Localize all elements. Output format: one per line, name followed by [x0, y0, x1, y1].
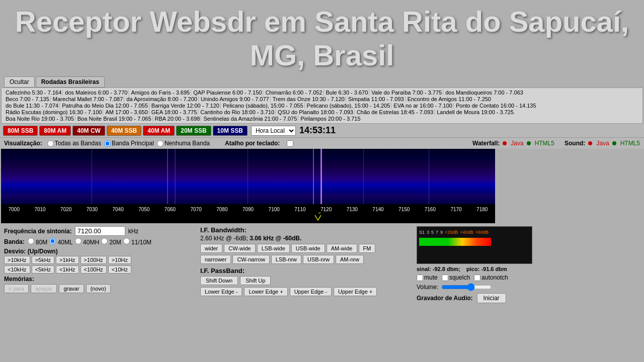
schedule-item[interactable]: Pirilampos 20:00 - 3.715	[299, 116, 361, 122]
schedule-item[interactable]: Chão de Estrelas 18:45 - 7.093	[356, 109, 435, 115]
mem-ir-para[interactable]: ir para	[4, 284, 29, 293]
desvio-up-100h[interactable]: >100Hz	[80, 256, 107, 264]
left-panel: Frequência de sintonia: kHz Banda: 80M 4…	[4, 226, 195, 303]
schedule-item[interactable]: Encontro de Amigos 11:00 - 7.250	[407, 96, 492, 102]
schedule-item[interactable]: Landell de Moura 19:00 - 3.725	[436, 109, 515, 115]
schedule-item[interactable]: Sentinelas da Amazônia 21:00 - 7.075	[202, 116, 298, 122]
schedule-item[interactable]: QAP Piauiense 6:00 - 7.150	[192, 89, 263, 96]
schedule-item[interactable]: dos Maleiros 6:00 - 3.770	[64, 89, 129, 96]
banda-1110m[interactable]: 11/10M	[123, 238, 151, 246]
schedule-item[interactable]: Marechal Mallet 7:00 - 7.087	[52, 96, 124, 102]
desvio-up-1k[interactable]: >1kHz	[56, 256, 79, 264]
upper-edge-plus-btn[interactable]: Upper Edge +	[334, 287, 377, 296]
schedule-item[interactable]: Simpatia 11:00 - 7.093	[347, 96, 406, 102]
bw-fm[interactable]: FM	[359, 244, 376, 253]
schedule-item[interactable]: Amigos do Faris - 3.695	[130, 89, 191, 96]
schedule-item[interactable]: Beco 7:00 - 7.135	[5, 96, 51, 102]
schedule-item[interactable]: Boa Noite Brasil 19:00 - 7.065	[76, 116, 153, 122]
bw-lsb-nrw[interactable]: LSB-nrw	[271, 255, 301, 264]
banda-20m[interactable]: 20M	[101, 238, 121, 246]
freq-input[interactable]	[75, 226, 125, 236]
desvio-up-10k[interactable]: >10kHz	[4, 256, 30, 264]
time-zone-select[interactable]: Hora Local UTC	[251, 126, 296, 136]
schedule-item[interactable]: Boa Noite Rio 19:00 - 3.705	[5, 116, 75, 122]
band-btn-40m-ssb[interactable]: 40M SSB	[107, 126, 141, 136]
bw-lsb-wide[interactable]: LSB-wide	[257, 244, 290, 253]
mem-novo[interactable]: (novo)	[86, 284, 111, 293]
schedule-item[interactable]: Vale do Paraíba 7:00 - 3.775	[370, 89, 443, 96]
schedule-item[interactable]: QSU do Planalto 18:00 - 7.093	[277, 109, 355, 115]
desvio-dn-10h[interactable]: <10Hz	[108, 265, 131, 274]
shift-down-btn[interactable]: Shift Down	[200, 276, 238, 285]
schedule-item[interactable]: Pelicano (sábado), 15:00 - 14.205	[306, 103, 392, 109]
autonotch-check[interactable]: autonotch	[474, 274, 508, 281]
bw-am-nrw[interactable]: AM-nrw	[336, 255, 364, 264]
sound-java-link[interactable]: Java	[596, 140, 609, 147]
band-btn-10m-ssb[interactable]: 10M SSB	[213, 126, 248, 136]
schedule-item[interactable]: Patrulha do Meio Dia 12:00 - 7.055	[61, 103, 149, 109]
lower-edge-plus-btn[interactable]: Lower Edge +	[244, 287, 287, 296]
band-btn-20m-ssb[interactable]: 20M SSB	[176, 126, 211, 136]
band-btn-80m-ssb[interactable]: 80M SSB	[3, 126, 38, 136]
schedule-item[interactable]: RBA 20:00 - 3.698	[154, 116, 202, 122]
bw-wider[interactable]: wider	[200, 244, 222, 253]
bw-am-wide[interactable]: AM-wide	[327, 244, 357, 253]
desvio-up-10h[interactable]: >10Hz	[108, 256, 131, 264]
mute-check[interactable]: mute	[417, 274, 438, 281]
squelch-check[interactable]: squelch	[442, 274, 470, 281]
bw-usb-nrw[interactable]: USB-nrw	[303, 255, 334, 264]
viz-no-band[interactable]: Nenhuma Banda	[157, 140, 210, 147]
banda-40mh[interactable]: 40MH	[75, 238, 99, 246]
schedule-item[interactable]: Ponto de Contato 16:00 - 14.135	[455, 103, 537, 109]
viz-all-bands[interactable]: Todas as Bandas	[47, 140, 101, 147]
lower-edge-minus-btn[interactable]: Lower Edge -	[200, 287, 242, 296]
vol-slider[interactable]	[441, 283, 492, 291]
schedule-item[interactable]: Pelicano (sábado), 15:00 - 7.055	[222, 103, 305, 109]
tab-rodadas[interactable]: Rodadas Brasileiras	[36, 76, 105, 87]
mem-gravar[interactable]: gravar	[59, 284, 84, 293]
waterfall-html5-link[interactable]: HTML5	[535, 140, 554, 147]
shift-up-btn[interactable]: Shift Up	[240, 276, 271, 285]
schedule-item[interactable]: Rádio Escutas (domingo) 16:30 - 7.100	[5, 109, 103, 115]
band-btn-40m-am[interactable]: 40M AM	[143, 126, 175, 136]
s-plus60: +60dB	[475, 230, 489, 235]
schedule-item[interactable]: AM 17:00 - 3.650	[104, 109, 149, 115]
schedule-item[interactable]: Cantinho do Rio 18:00 - 3.710	[199, 109, 276, 115]
viz-main-band[interactable]: Banda Principal	[104, 140, 154, 147]
bw-narrower[interactable]: narrower	[200, 255, 231, 264]
desvio-dn-100h[interactable]: <100Hz	[80, 265, 107, 274]
banda-80m[interactable]: 80M	[28, 238, 48, 246]
tab-ocultar[interactable]: Ocultar	[4, 76, 35, 87]
sound-html5-link[interactable]: HTML5	[620, 140, 640, 147]
upper-edge-minus-btn[interactable]: Upper Edge -	[290, 287, 332, 296]
schedule-item[interactable]: Barriga Verde 12:00 - 7.120	[150, 103, 221, 109]
schedule-item[interactable]: Cafezinho 5:30 - 7.164	[5, 89, 63, 96]
band-btn-80m-am[interactable]: 80M AM	[39, 126, 71, 136]
desvio-dn-5k[interactable]: <5kHz	[32, 265, 55, 274]
schedule-item[interactable]: dos Mandioqueiros 7:00 - 7.063	[444, 89, 524, 96]
schedule-item[interactable]: GEA 18:00 - 3.775	[150, 109, 199, 115]
schedule-item[interactable]: Chimarrão 6:00 - 7.052	[264, 89, 324, 96]
atalho-checkbox[interactable]	[287, 140, 293, 147]
band-btn-40m-cw[interactable]: 40M CW	[72, 126, 105, 136]
bw-cw-narrow[interactable]: CW-narrow	[232, 255, 269, 264]
iniciar-button[interactable]: Iniciar	[477, 293, 506, 303]
schedule-item[interactable]: do Bule 11:30 - 7.074	[5, 103, 60, 109]
bw-btns: wider CW-wide LSB-wide USB-wide AM-wide …	[200, 244, 412, 253]
schedule-item[interactable]: Unindo Amigos 9:00 - 7.077	[200, 96, 271, 102]
schedule-item[interactable]: Trem das Onze 10:30 - 7.120	[272, 96, 346, 102]
schedule-item[interactable]: EVA no ar 16:00 - 7.100	[392, 103, 454, 109]
desvio-dn-1k[interactable]: <1kHz	[56, 265, 79, 274]
mem-apagar[interactable]: apagar	[31, 284, 57, 293]
desvio-dn-10k[interactable]: <10kHz	[4, 265, 30, 274]
schedule-item[interactable]: Bule 6:30 - 3.670	[325, 89, 370, 96]
desvio-up-5k[interactable]: >5kHz	[32, 256, 55, 264]
bw-usb-wide[interactable]: USB-wide	[291, 244, 325, 253]
banda-40ml[interactable]: 40ML	[49, 238, 72, 246]
schedule-row-4: Boa Noite Rio 19:00 - 3.705Boa Noite Bra…	[5, 116, 639, 122]
wf-line-1	[167, 149, 168, 204]
waterfall-java-link[interactable]: Java	[511, 140, 523, 147]
sound-section: Sound: Java HTML5	[565, 140, 640, 147]
schedule-item[interactable]: da Aproximação 8:00 - 7.200	[125, 96, 199, 102]
bw-cw-wide[interactable]: CW-wide	[224, 244, 255, 253]
